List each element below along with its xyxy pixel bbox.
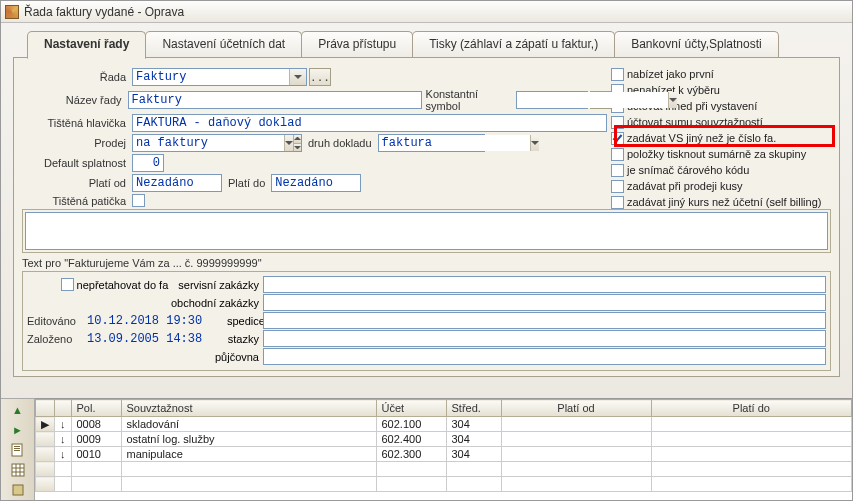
chevron-down-icon[interactable] [668,92,677,108]
input-nazev[interactable] [128,91,422,109]
combo-rada[interactable] [132,68,307,86]
input-pujcovna[interactable] [263,348,826,365]
tab-tisky[interactable]: Tisky (záhlaví a zápatí u faktur,) [412,31,615,57]
svg-rect-2 [14,448,20,449]
label-editovano: Editováno [27,315,87,327]
grid-area: ▲ ► Pol. Souvztažnost Účet [1,398,852,500]
arrow-right-icon[interactable]: ► [10,423,26,437]
input-default-splatnost[interactable] [132,154,164,172]
label-default-splatnost: Default splatnost [22,157,132,169]
arrow-down-icon: ↓ [55,417,72,432]
chk-jiny-kurs[interactable] [611,196,624,209]
chk-snimac[interactable] [611,164,624,177]
chk-uctovat-sumu[interactable] [611,116,624,129]
app-icon [5,5,19,19]
cell-od [501,447,651,462]
input-obchodni[interactable] [263,294,826,311]
ellipsis-button[interactable]: ... [309,68,331,86]
label-tistena: Tištěná hlavička [22,117,132,129]
col-plati-do[interactable]: Platí do [651,400,852,417]
grid-toolbar: ▲ ► [1,398,35,500]
chk-nepretahovat[interactable] [61,278,74,291]
row-marker [36,432,55,447]
label-plati-od: Platí od [22,177,132,189]
label-tistena-paticka: Tištěná patička [22,194,132,207]
spin-down-icon[interactable] [294,143,301,152]
combo-konst-symbol[interactable] [516,91,588,109]
row-marker [36,447,55,462]
col-pol[interactable]: Pol. [71,400,121,417]
input-konst-symbol[interactable] [517,92,668,108]
col-stred[interactable]: Střed. [446,400,501,417]
cell-stred: 304 [446,417,501,432]
label-spedice: spedice [227,315,263,327]
col-souv[interactable]: Souvztažnost [121,400,376,417]
svg-rect-1 [14,446,20,447]
label-konst-symbol: Konstantní symbol [426,88,513,112]
label-servisni: servisní zakázky [178,279,259,291]
document-icon[interactable] [10,443,26,457]
cell-do [651,447,852,462]
textarea-paticka[interactable] [25,212,828,250]
label-pujcovna: půjčovna [27,351,263,363]
col-marker[interactable] [36,400,55,417]
label-nepretahovat: nepřetahovat do fa [77,279,169,291]
chk-zadavat-vs[interactable] [611,132,624,145]
chk-tistena-paticka[interactable] [132,194,145,207]
chk-zadavat-kusy[interactable] [611,180,624,193]
input-plati-od[interactable] [132,174,222,192]
chk-polozky-sumarne[interactable] [611,148,624,161]
cell-od [501,417,651,432]
cell-souv: ostatní log. služby [121,432,376,447]
cell-ucet: 602.300 [376,447,446,462]
chevron-down-icon[interactable] [284,135,293,151]
tab-nastaveni-rady[interactable]: Nastavení řady [27,31,146,59]
tab-prava-pristupu[interactable]: Práva přístupu [301,31,413,57]
input-plati-do[interactable] [271,174,361,192]
cell-od [501,432,651,447]
arrow-down-icon: ↓ [55,447,72,462]
cell-ucet: 602.100 [376,417,446,432]
input-tistena[interactable] [132,114,607,132]
tool-icon[interactable] [10,483,26,497]
cell-pol: 0010 [71,447,121,462]
data-grid[interactable]: Pol. Souvztažnost Účet Střed. Platí od P… [35,398,852,500]
chevron-down-icon[interactable] [530,135,539,151]
combo-prodej[interactable] [132,134,280,152]
value-editovano: 10.12.2018 19:30 [87,314,227,328]
tab-nastaveni-ucetnich-dat[interactable]: Nastavení účetních dat [145,31,302,57]
svg-rect-3 [14,450,20,451]
col-plati-od[interactable]: Platí od [501,400,651,417]
input-rada[interactable] [133,69,289,85]
cell-souv: skladování [121,417,376,432]
label-plati-do: Platí do [228,177,265,189]
col-dir[interactable] [55,400,72,417]
table-row[interactable]: ▶↓0008skladování602.100304 [36,417,852,432]
cell-do [651,432,852,447]
chk-nabizet-prvni[interactable] [611,68,624,81]
chevron-down-icon[interactable] [289,69,306,85]
table-icon[interactable] [10,463,26,477]
cell-ucet: 602.400 [376,432,446,447]
combo-druh-dokladu[interactable] [378,134,463,152]
input-druh-dokladu[interactable] [379,135,530,151]
label-nazev: Název řady [22,94,128,106]
cell-stred: 304 [446,447,501,462]
input-spedice[interactable] [263,312,826,329]
input-prodej[interactable] [133,135,284,151]
label-druh-dokladu: druh dokladu [308,137,372,149]
window-title: Řada faktury vydané - Oprava [24,5,184,19]
arrow-up-icon[interactable]: ▲ [10,403,26,417]
table-row[interactable]: ↓0010manipulace602.300304 [36,447,852,462]
col-ucet[interactable]: Účet [376,400,446,417]
tab-bankovni-ucty[interactable]: Bankovní účty,Splatnosti [614,31,779,57]
label-fakturujeme: Text pro "Fakturujeme Vám za ... č. 9999… [22,257,831,269]
tabpanel: nabízet jako první nenabízet k výběru úč… [13,57,840,377]
input-stazky[interactable] [263,330,826,347]
arrow-down-icon: ↓ [55,432,72,447]
input-servisni[interactable] [263,276,826,293]
spin-up-icon[interactable] [294,135,301,143]
right-checks-group: nabízet jako první nenabízet k výběru úč… [611,66,829,210]
cell-do [651,417,852,432]
table-row[interactable]: ↓0009ostatní log. služby602.400304 [36,432,852,447]
